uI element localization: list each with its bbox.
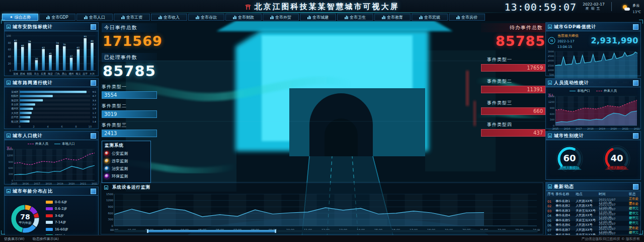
svg-text:79: 79 bbox=[28, 40, 31, 43]
svg-text:2021: 2021 bbox=[622, 128, 628, 130]
nav-tab-9[interactable]: 全市城建 bbox=[300, 14, 336, 21]
svg-text:0: 0 bbox=[10, 69, 11, 72]
monitor-item: 环保监测 bbox=[105, 173, 148, 179]
news-name: 事件名称1 bbox=[555, 199, 576, 204]
expand-icon[interactable] bbox=[633, 24, 638, 30]
news-place: 人民路XX号 bbox=[576, 204, 599, 208]
svg-text:4.7: 4.7 bbox=[93, 95, 96, 97]
event-type-item: 事件类型二3019 bbox=[102, 103, 157, 118]
news-name: 事件名称2 bbox=[555, 204, 576, 208]
expand-icon[interactable] bbox=[91, 24, 96, 30]
panel-title: 城市性别统计 bbox=[554, 133, 633, 139]
svg-text:74: 74 bbox=[56, 42, 59, 44]
svg-text:80: 80 bbox=[8, 41, 11, 44]
svg-text:2500: 2500 bbox=[548, 55, 554, 57]
svg-text:1500: 1500 bbox=[106, 193, 113, 196]
svg-text:2021: 2021 bbox=[80, 183, 86, 185]
nav-tab-10[interactable]: 全市卫生 bbox=[337, 14, 373, 21]
svg-text:8: 8 bbox=[75, 125, 76, 128]
legend-swatch bbox=[46, 228, 53, 231]
legend-item: 本地人口 bbox=[54, 142, 75, 146]
news-col-header: 状态 bbox=[629, 192, 639, 197]
mini-chart-icon bbox=[307, 15, 311, 19]
svg-text:100: 100 bbox=[6, 34, 11, 37]
legend-swatch bbox=[46, 214, 53, 217]
gauge-label: 女性人数统计 bbox=[596, 166, 638, 170]
nav-tab-2[interactable]: 全市GDP bbox=[39, 14, 75, 21]
svg-text:大兴: 大兴 bbox=[90, 72, 95, 75]
svg-text:1200: 1200 bbox=[106, 199, 113, 202]
news-table: 01事件名称1人民路XX号2021/11/07 12:00:36正在处理02事件… bbox=[546, 197, 640, 235]
monitor-screen-icon bbox=[104, 186, 108, 190]
slider-selected-range[interactable] bbox=[148, 230, 275, 232]
nav-tab-13[interactable]: 全市房价 bbox=[449, 14, 485, 21]
expand-icon[interactable] bbox=[633, 80, 638, 86]
mini-chart-icon bbox=[233, 15, 236, 19]
svg-text:2015: 2015 bbox=[552, 128, 558, 130]
news-no: 03 bbox=[547, 209, 555, 213]
svg-text:600: 600 bbox=[550, 113, 554, 115]
svg-text:600: 600 bbox=[108, 212, 114, 215]
pending-events-stats: 待办事件总数 85785 事件类型一17659事件类型二11391事件类型三66… bbox=[481, 23, 545, 137]
nav-tab-11[interactable]: 全市教育 bbox=[374, 14, 411, 21]
legend-swatch bbox=[46, 201, 53, 204]
svg-text:丰台区: 丰台区 bbox=[11, 103, 19, 106]
monitor-item: 公安监测 bbox=[105, 151, 148, 156]
svg-text:海淀: 海淀 bbox=[48, 72, 53, 76]
svg-text:东城: 东城 bbox=[13, 72, 18, 75]
legend-swatch bbox=[46, 207, 53, 210]
population-legend: 外来人员本地人口 bbox=[5, 140, 98, 146]
svg-text:30: 30 bbox=[35, 57, 38, 60]
nav-tab-5[interactable]: 全市收入 bbox=[151, 14, 187, 21]
chart-range-slider[interactable] bbox=[114, 230, 538, 232]
age-legend-item: 0.6-2岁 bbox=[46, 206, 96, 211]
nav-tab-4[interactable]: 全市工资 bbox=[114, 14, 150, 21]
tab-label: 全市工资 bbox=[126, 15, 142, 20]
mobility-legend: 本地户口外来人员 bbox=[546, 87, 640, 93]
svg-text:海淀区: 海淀区 bbox=[11, 99, 19, 102]
gender-gauge: 60男性人数统计 bbox=[548, 142, 591, 171]
legend-label: 3-6岁 bbox=[55, 213, 64, 218]
age-distribution-panel: 城市年龄分布占比 78平均年龄 0-0.6岁0.6-2岁3-6岁7-14岁16-… bbox=[4, 187, 99, 235]
svg-text:4: 4 bbox=[47, 125, 48, 128]
pie-icon bbox=[7, 189, 11, 193]
svg-text:70: 70 bbox=[63, 43, 66, 46]
svg-text:80: 80 bbox=[91, 40, 94, 42]
svg-text:0: 0 bbox=[112, 224, 114, 227]
tab-label: 全市人口 bbox=[89, 15, 105, 20]
nav-tab-12[interactable]: 全市宏观 bbox=[412, 14, 448, 21]
expand-icon[interactable] bbox=[633, 133, 638, 139]
nav-tab-7[interactable]: 全市财政 bbox=[225, 14, 262, 21]
event-type-bar: 3554 bbox=[102, 91, 157, 99]
today-events-stats: 今日事件总数 171569 已处理事件数 85785 事件类型一3554事件类型… bbox=[102, 23, 157, 137]
tab-label: 全市财政 bbox=[238, 15, 254, 20]
nav-tab-1[interactable]: ★综合态势 bbox=[2, 14, 38, 21]
nav-tab-6[interactable]: 全市存款 bbox=[188, 14, 224, 21]
weekday-text: 星期五 bbox=[580, 7, 608, 11]
svg-text:900: 900 bbox=[550, 107, 554, 109]
mini-chart-icon bbox=[382, 15, 385, 19]
tab-label: 全市外贸 bbox=[275, 15, 291, 20]
news-name: 事件名称4 bbox=[555, 213, 576, 218]
news-no: 05 bbox=[547, 219, 555, 222]
legend-label: 0.6-2岁 bbox=[55, 206, 67, 211]
expand-icon[interactable] bbox=[91, 189, 96, 194]
svg-text:2020: 2020 bbox=[611, 128, 617, 130]
date-text: 2022-02-17 bbox=[580, 2, 608, 7]
svg-text:20: 20 bbox=[8, 62, 11, 65]
svg-text:2022: 2022 bbox=[634, 128, 639, 130]
security-stats-panel: 城市安防指标统计 02040608010082东城68西城79朝阳30丰台62石… bbox=[4, 22, 99, 76]
clock: 13:00:59:07 bbox=[505, 1, 577, 13]
population-line-chart: 0300600900120015002015201620172018201920… bbox=[5, 146, 98, 188]
pending-total-label: 待办事件总数 bbox=[481, 23, 545, 32]
expand-icon[interactable] bbox=[633, 184, 638, 190]
legend-item: 本地户口 bbox=[570, 89, 590, 93]
nav-tab-8[interactable]: 全市外贸 bbox=[263, 14, 299, 21]
expand-icon[interactable] bbox=[91, 80, 96, 86]
monitor-items: 公安监测违章监测治安监测环保监测 bbox=[105, 151, 148, 179]
axis-unit-label: 万人 bbox=[7, 146, 13, 151]
gauge-value: 40 bbox=[596, 153, 638, 163]
nav-tab-3[interactable]: 全市人口 bbox=[76, 14, 113, 21]
news-row[interactable]: 01事件名称1人民路XX号2021/11/07 12:00:36正在处理 bbox=[546, 197, 640, 202]
expand-icon[interactable] bbox=[91, 133, 96, 139]
